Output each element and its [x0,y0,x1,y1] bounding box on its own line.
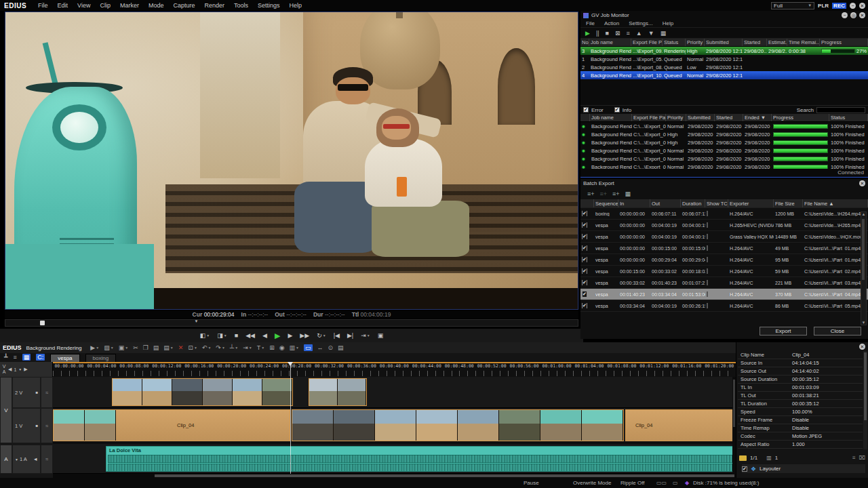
show-tc-checkbox[interactable] [707,280,708,285]
scroll-down-icon[interactable]: ▼ [861,321,866,325]
copy-icon[interactable]: ❐ [143,344,149,351]
voiceover-icon[interactable]: ◉ [279,344,285,351]
finished-job-row[interactable]: ●Background Rendering...C:\...\Export_02… [580,155,868,163]
mixer-icon[interactable]: ▥▼ [290,344,299,351]
dual-monitor-icon[interactable]: ▭▭ [656,480,667,486]
show-tc-checkbox[interactable] [707,303,708,308]
loop-mode-icon[interactable]: ⊙ [328,344,334,351]
batch-export-row[interactable]: ✔vespa00:01:40:2300:03:34:0400:01:53:06H… [580,289,868,300]
finished-job-row[interactable]: ●Background Rendering...C:\...\Export_07… [580,130,868,138]
column-header[interactable]: File Name ▲ [803,199,868,207]
hscrollbar-thumb[interactable] [155,474,734,477]
batch-export-row[interactable]: ✔vespa00:03:34:0400:04:00:1900:00:26:15H… [580,300,868,312]
column-header[interactable]: Started [743,39,767,46]
video-clip[interactable] [309,378,367,406]
row-checkbox[interactable]: ✔ [582,280,587,285]
panel-layout-icon[interactable]: ▤ [338,344,344,351]
batch-export-row[interactable]: ✔boxing00:00:00:0000:06:07:1100:06:07:11… [580,208,868,220]
previous-frame-icon[interactable]: ◀ [262,332,267,339]
job-list-icon[interactable]: ≡ [627,30,630,37]
batch-export-row[interactable]: ✔vespa00:00:00:0000:04:00:1900:04:00:19G… [580,231,868,243]
layouter-checkbox[interactable]: ✔ [742,466,747,472]
column-header[interactable]: Submitted [686,114,715,121]
track-1a-waveform-toggle[interactable]: ≈ [41,445,53,474]
export-button[interactable]: Export [760,327,807,336]
menu-clip[interactable]: Clip [95,2,115,9]
timeline-ruler[interactable]: 00:00:00:0000:00:04:0000:00:08:0000:00:1… [53,362,736,377]
track-settings-icon[interactable]: ≡ [13,354,16,361]
column-header[interactable]: Duration [681,199,705,207]
audio-group-cell[interactable]: A [0,445,12,474]
paste-icon[interactable]: ▤ [153,344,159,351]
menu-file[interactable]: File [33,2,53,9]
goto-icon[interactable]: ⇥▼ [361,332,370,339]
goto-out-icon[interactable]: ▶| [347,332,353,339]
column-header[interactable]: Estimat... [767,39,787,46]
save-project-icon[interactable]: ▣▼ [119,344,128,351]
rewind-icon[interactable]: ◀◀ [245,332,255,339]
track-header-2v[interactable]: 2 V■ [12,377,41,408]
job-row[interactable]: 1Background Rendering......\Export_05.av… [580,55,868,63]
menu-view[interactable]: View [73,2,95,9]
row-checkbox[interactable]: ✔ [582,245,587,251]
track-selector[interactable]: ◀ 1 ▼ ▶ [8,367,28,372]
ripple-mode-toggle[interactable]: Ripple Off [620,480,644,486]
play-icon[interactable]: ▶ [275,331,280,340]
show-tc-checkbox[interactable] [707,291,708,297]
monitor-icon[interactable]: ▭ [673,480,678,486]
video-clip-clip04[interactable]: Clip_04 [53,409,290,441]
finished-job-row[interactable]: ●Background Rendering...C:\...\Export_04… [580,122,868,130]
show-tc-checkbox[interactable] [707,211,708,216]
stop-icon[interactable]: ■ [235,332,238,339]
menu-help[interactable]: Help [285,2,307,9]
track-lane-1v[interactable]: Clip_04Clip_04 [53,408,736,443]
info-scrollbar[interactable] [863,351,867,449]
job-row[interactable]: 2Background Rendering......\Export_08.av… [580,63,868,71]
video-group-cell[interactable]: V [0,377,12,443]
add-sequence-icon[interactable]: ≡+ [587,190,595,197]
row-checkbox[interactable]: ✔ [582,234,587,239]
mute-icon[interactable]: ■ [35,424,38,428]
column-header[interactable]: Priority [686,39,705,46]
column-header[interactable]: Submitted [705,39,743,46]
batch-scrollbar[interactable]: ▲ ▼ [861,211,867,325]
error-checkbox[interactable]: ✔ [583,107,589,113]
job-row[interactable]: 3Background Rendering......\Export_09.av… [580,47,868,55]
menu-mode[interactable]: Mode [144,2,169,9]
sequence-tab-boxing[interactable]: boxing [85,354,117,362]
resize-window-icon[interactable]: ↔ [317,344,323,351]
batch-export-row[interactable]: ✔vespa00:00:33:0200:01:40:2300:01:07:21H… [580,277,868,289]
video-clip-clip04[interactable]: Clip_04 [625,409,736,441]
match-frame-icon[interactable]: ⊞ [269,344,275,351]
slider-handle[interactable] [40,321,45,325]
column-header[interactable]: No. [580,39,589,46]
batch-export-row[interactable]: ✔vespa00:00:15:0000:00:33:0200:00:18:02H… [580,266,868,277]
row-checkbox[interactable]: ✔ [582,257,587,262]
quantize-toggle-icon[interactable]: ▦ [22,354,31,361]
row-checkbox[interactable]: ✔ [582,211,587,216]
start-jobs-icon[interactable]: ▶ [585,30,590,37]
column-header[interactable]: Status [829,114,868,121]
fast-forward-icon[interactable]: ▶▶ [300,332,309,339]
row-checkbox[interactable]: ✔ [582,303,587,308]
row-checkbox[interactable]: ✔ [582,291,587,297]
info-close-icon[interactable]: ✕ [859,344,865,350]
column-header[interactable]: Job name [590,114,632,121]
menu-render[interactable]: Render [200,2,230,9]
pause-jobs-icon[interactable]: || [596,30,599,37]
add-cut-point-icon[interactable]: ⊡▼ [188,344,197,351]
row-checkbox[interactable]: ✔ [582,268,587,274]
jm-menu-settings[interactable]: Settings... [625,20,657,26]
batch-export-row[interactable]: ✔vespa00:00:00:0000:00:15:0000:00:15:00H… [580,243,868,254]
track-header-1a[interactable]: ▼1 A◄ [12,445,41,474]
redo-icon[interactable]: ↷▼ [216,344,225,351]
sequence-marker-icon[interactable]: ┻ [4,354,7,361]
job-row[interactable]: 4Background Rendering......\Export_10.av… [580,71,868,79]
column-header[interactable]: Show TC [705,199,728,207]
insert-mode-toggle[interactable]: Overwrite Mode [573,480,611,486]
track-lane-1a[interactable]: La Dolce Vita [53,445,736,474]
mute-icon[interactable]: ■ [35,390,38,394]
prev-track-icon[interactable]: ◀ [8,367,12,372]
title-icon[interactable]: T▼ [257,344,264,351]
column-header[interactable]: Time Remai... ▼ [787,39,820,46]
